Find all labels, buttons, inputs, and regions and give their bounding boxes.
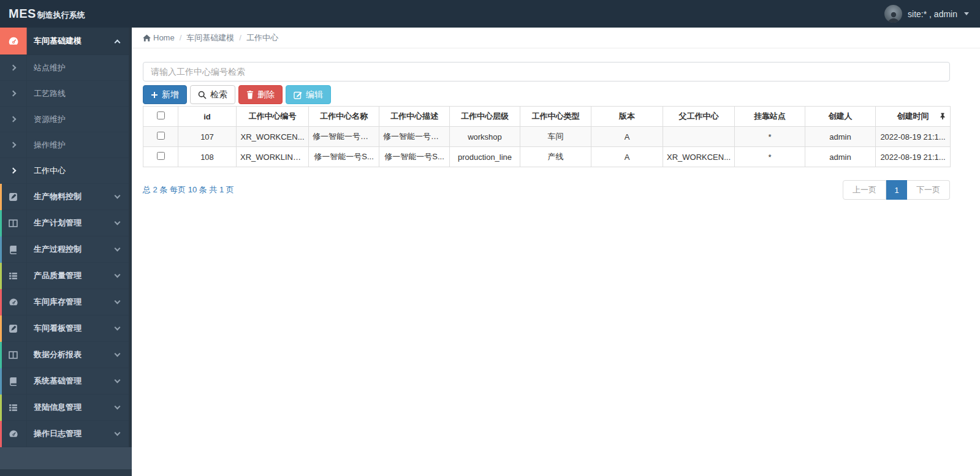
breadcrumb-separator: /: [180, 33, 182, 42]
chevron-down-icon: [115, 429, 121, 436]
search-button[interactable]: 检索: [190, 85, 235, 104]
cell-description: 修一智能一号S...: [379, 147, 450, 167]
select-all-checkbox[interactable]: [157, 111, 165, 119]
column-header-description: 工作中心描述: [379, 107, 450, 127]
sidebar-item-operation-log-management[interactable]: 操作日志管理: [0, 421, 132, 447]
sidebar-footer-strip: [0, 469, 132, 476]
chevron-down-icon: [115, 350, 121, 357]
gauge-icon: [0, 28, 27, 55]
user-menu[interactable]: site:* , admin: [884, 5, 969, 23]
edit-icon: [0, 315, 27, 341]
edit-icon: [0, 184, 27, 210]
cell-creator: admin: [805, 127, 876, 147]
chevron-up-icon: [115, 39, 121, 45]
sidebar-item-resource-maintenance[interactable]: 资源维护: [0, 107, 132, 132]
chevron-right-icon: [0, 132, 27, 157]
chevron-down-icon: [115, 298, 121, 304]
page-number-button[interactable]: 1: [886, 180, 907, 200]
column-header-code: 工作中心编号: [237, 107, 309, 127]
sidebar-item-kanban-management[interactable]: 车间看板管理: [0, 315, 132, 342]
chevron-right-icon: [0, 158, 27, 183]
sidebar-item-label: 登陆信息管理: [34, 402, 82, 413]
sidebar-item-label: 操作维护: [34, 140, 66, 151]
chevron-down-icon: [115, 377, 121, 383]
sidebar-item-system-management[interactable]: 系统基础管理: [0, 368, 132, 395]
column-header-parent: 父工作中心: [663, 107, 735, 127]
edit-icon: [294, 91, 302, 99]
pin-icon[interactable]: [940, 112, 946, 120]
breadcrumb-section[interactable]: 车间基础建模: [186, 32, 234, 43]
chevron-down-icon: [115, 192, 121, 198]
sidebar-item-workshop-modeling[interactable]: 车间基础建模: [0, 28, 132, 55]
delete-button[interactable]: 删除: [238, 85, 283, 104]
work-center-table: id 工作中心编号 工作中心名称 工作中心描述 工作中心层级 工作中心类型 版本…: [143, 106, 951, 167]
sidebar-item-process-control[interactable]: 生产过程控制: [0, 236, 132, 263]
sidebar-item-label: 生产物料控制: [34, 191, 82, 202]
next-page-button[interactable]: 下一页: [907, 180, 950, 200]
sidebar-item-label: 资源维护: [34, 114, 66, 125]
cell-level: workshop: [450, 127, 520, 147]
app-logo-primary: MES: [9, 7, 36, 21]
sidebar-item-label: 生产计划管理: [34, 217, 82, 229]
sidebar-item-quality-management[interactable]: 产品质量管理: [0, 263, 132, 289]
main-content: 新增 检索 删除 编辑 id 工作中心编号 工作中心名称 工作中心描述: [132, 49, 980, 476]
table-row: 107 XR_WORKCEN... 修一智能一号车间 修一智能一号车间 work…: [143, 127, 951, 147]
search-input[interactable]: [143, 62, 950, 81]
breadcrumb-separator: /: [239, 33, 241, 42]
sidebar-item-work-center[interactable]: 工作中心: [0, 158, 132, 184]
breadcrumb-home[interactable]: Home: [143, 33, 175, 42]
chevron-right-icon: [0, 55, 27, 80]
cell-version: A: [591, 127, 663, 147]
column-header-station: 挂靠站点: [735, 107, 805, 127]
column-header-level: 工作中心层级: [450, 107, 520, 127]
table-row: 108 XR_WORKLINE... 修一智能一号S... 修一智能一号S...…: [143, 147, 951, 167]
sidebar-item-label: 产品质量管理: [34, 270, 82, 281]
sidebar-item-station-maintenance[interactable]: 站点维护: [0, 55, 132, 81]
chevron-down-icon: [115, 403, 121, 409]
sidebar-item-label: 车间库存管理: [34, 297, 82, 308]
user-avatar: [884, 5, 902, 23]
pager: 上一页 1 下一页: [843, 180, 950, 200]
sidebar-item-process-route[interactable]: 工艺路线: [0, 81, 132, 107]
sidebar-item-plan-management[interactable]: 生产计划管理: [0, 210, 132, 236]
sidebar-scrollbar[interactable]: [129, 28, 132, 447]
cell-name: 修一智能一号S...: [309, 147, 379, 167]
cell-creator: admin: [805, 147, 876, 167]
add-button[interactable]: 新增: [143, 85, 187, 104]
cell-type: 车间: [520, 127, 591, 147]
chevron-down-icon: [964, 12, 969, 15]
list-icon: [0, 395, 27, 420]
column-header-id: id: [178, 107, 237, 127]
column-header-type: 工作中心类型: [520, 107, 591, 127]
list-icon: [0, 263, 27, 289]
cell-type: 产线: [520, 147, 591, 167]
cell-station: *: [735, 127, 805, 147]
user-label: site:* , admin: [908, 9, 957, 19]
app-logo: MES 制造执行系统: [9, 7, 85, 21]
row-checkbox[interactable]: [157, 152, 165, 160]
sidebar-item-label: 生产过程控制: [34, 244, 82, 255]
row-select-cell: [143, 147, 178, 167]
sidebar-item-operation-maintenance[interactable]: 操作维护: [0, 132, 132, 158]
sidebar-item-login-info-management[interactable]: 登陆信息管理: [0, 395, 132, 421]
column-header-name: 工作中心名称: [309, 107, 379, 127]
select-all-cell: [143, 107, 178, 127]
chevron-right-icon: [0, 81, 27, 106]
search-icon: [198, 91, 207, 99]
top-navbar: MES 制造执行系统 site:* , admin: [0, 0, 980, 28]
prev-page-button[interactable]: 上一页: [843, 180, 886, 200]
row-checkbox[interactable]: [157, 132, 165, 140]
breadcrumb: Home / 车间基础建模 / 工作中心: [132, 28, 980, 48]
sidebar-item-material-control[interactable]: 生产物料控制: [0, 184, 132, 210]
cell-description: 修一智能一号车间: [379, 127, 450, 147]
gauge-icon: [0, 421, 27, 447]
cell-id: 107: [178, 127, 237, 147]
plus-icon: [151, 91, 158, 99]
column-header-creator: 创建人: [805, 107, 876, 127]
sidebar-item-inventory-management[interactable]: 车间库存管理: [0, 289, 132, 315]
sidebar-item-analytics-reports[interactable]: 数据分析报表: [0, 342, 132, 368]
sidebar-item-label: 车间看板管理: [34, 323, 82, 334]
edit-button[interactable]: 编辑: [286, 85, 331, 104]
cell-parent: XR_WORKCEN...: [663, 147, 735, 167]
cell-code: XR_WORKCEN...: [237, 127, 309, 147]
